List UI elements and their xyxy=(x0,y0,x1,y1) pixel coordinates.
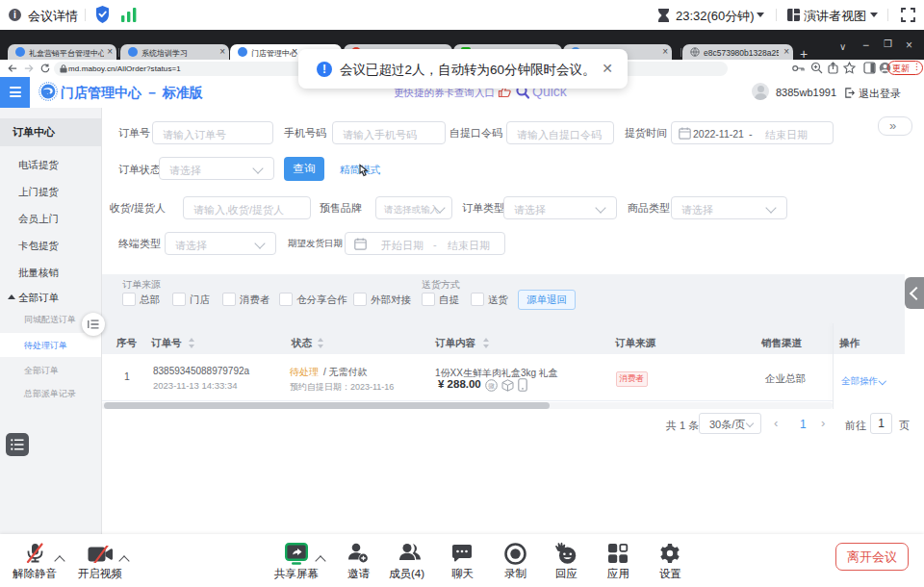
svg-text:微: 微 xyxy=(488,382,495,390)
